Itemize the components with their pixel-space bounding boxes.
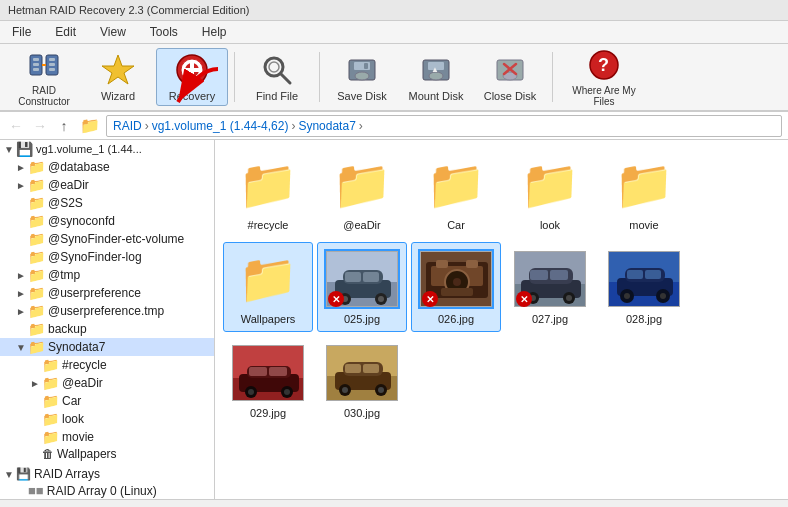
save-disk-label: Save Disk xyxy=(337,90,387,102)
wizard-label: Wizard xyxy=(101,90,135,102)
menu-bar: File Edit View Tools Help xyxy=(0,21,788,44)
tree-label: @tmp xyxy=(48,268,80,282)
file-label: 029.jpg xyxy=(250,407,286,419)
file-item-029[interactable]: 029.jpg xyxy=(223,336,313,426)
tree-item-synofinder[interactable]: ► 📁 @SynoFinder-etc-volume xyxy=(0,230,214,248)
svg-point-47 xyxy=(453,278,461,286)
file-item-movie[interactable]: 📁 movie xyxy=(599,148,689,238)
where-files-label: Where Are My Files xyxy=(564,85,644,107)
folder-icon: 📁 xyxy=(28,177,45,193)
tree-item-recycle2[interactable]: ► 📁 #recycle xyxy=(0,356,214,374)
file-item-030[interactable]: 030.jpg xyxy=(317,336,407,426)
save-disk-button[interactable]: Save Disk xyxy=(326,48,398,106)
tree-item-tmp[interactable]: ► 📁 @tmp xyxy=(0,266,214,284)
file-item-026[interactable]: ✕ 026.jpg xyxy=(411,242,501,332)
menu-help[interactable]: Help xyxy=(198,23,231,41)
wizard-button[interactable]: Wizard xyxy=(82,48,154,106)
svg-point-88 xyxy=(378,387,384,393)
folder-icon-big: 📁 xyxy=(238,161,298,209)
file-item-eadir[interactable]: 📁 @eaDir xyxy=(317,148,407,238)
tree-item-raid0[interactable]: ► ■■ RAID Array 0 (Linux) xyxy=(0,482,214,499)
tree-label: @eaDir xyxy=(48,178,89,192)
svg-rect-14 xyxy=(182,68,202,72)
nav-back-button[interactable]: ← xyxy=(6,116,26,136)
file-label: 030.jpg xyxy=(344,407,380,419)
file-grid: 📁 #recycle 📁 @eaDir 📁 Car 📁 look 📁 xyxy=(215,140,788,499)
raid-constructor-button[interactable]: RAID Constructor xyxy=(8,48,80,106)
file-label: 025.jpg xyxy=(344,313,380,325)
folder-icon-big: 📁 xyxy=(614,161,674,209)
svg-rect-69 xyxy=(627,270,643,279)
tree-label: @SynoFinder-etc-volume xyxy=(48,232,184,246)
tree-toggle: ► xyxy=(14,180,28,191)
svg-rect-50 xyxy=(466,260,478,268)
tree-item-s2s[interactable]: ► 📁 @S2S xyxy=(0,194,214,212)
tree-item-eadir2[interactable]: ► 📁 @eaDir xyxy=(0,374,214,392)
where-files-icon: ? xyxy=(586,47,622,83)
tree-toggle: ► xyxy=(14,306,28,317)
svg-point-40 xyxy=(378,296,384,302)
tree-item-backup[interactable]: ► 📁 backup xyxy=(0,320,214,338)
file-item-recycle[interactable]: 📁 #recycle xyxy=(223,148,313,238)
tree-label: RAID Array 0 (Linux) xyxy=(47,484,157,498)
folder-icon: 📁 xyxy=(42,357,59,373)
tree-item-userpref-tmp[interactable]: ► 📁 @userpreference.tmp xyxy=(0,302,214,320)
file-item-look[interactable]: 📁 look xyxy=(505,148,595,238)
tree-item-synoflog[interactable]: ► 📁 @SynoFinder-log xyxy=(0,248,214,266)
title-bar: Hetman RAID Recovery 2.3 (Commercial Edi… xyxy=(0,0,788,21)
svg-rect-7 xyxy=(49,68,55,71)
folder-icon: 📁 xyxy=(28,213,45,229)
recovery-button[interactable]: Recovery xyxy=(156,48,228,106)
tree-item-movie[interactable]: ► 📁 movie xyxy=(0,428,214,446)
folder-icon: 📁 xyxy=(42,429,59,445)
tree-item-vol1[interactable]: ▼ 💾 vg1.volume_1 (1.44... xyxy=(0,140,214,158)
menu-file[interactable]: File xyxy=(8,23,35,41)
mount-disk-button[interactable]: ▲ Mount Disk xyxy=(400,48,472,106)
tree-item-eadir1[interactable]: ► 📁 @eaDir xyxy=(0,176,214,194)
file-label: Wallpapers xyxy=(241,313,296,325)
wizard-icon xyxy=(100,52,136,88)
svg-rect-90 xyxy=(363,364,379,373)
breadcrumb: RAID › vg1.volume_1 (1.44-4,62) › Synoda… xyxy=(106,115,782,137)
file-item-027[interactable]: ✕ 027.jpg xyxy=(505,242,595,332)
svg-rect-6 xyxy=(49,63,55,66)
menu-view[interactable]: View xyxy=(96,23,130,41)
find-file-button[interactable]: Find File xyxy=(241,48,313,106)
svg-text:?: ? xyxy=(598,55,609,75)
menu-tools[interactable]: Tools xyxy=(146,23,182,41)
svg-rect-41 xyxy=(345,272,361,282)
file-item-025[interactable]: ✕ 025.jpg xyxy=(317,242,407,332)
breadcrumb-item-raid[interactable]: RAID xyxy=(113,119,142,133)
main-layout: ▼ 💾 vg1.volume_1 (1.44... ► 📁 @database … xyxy=(0,140,788,499)
image-029-thumbnail xyxy=(232,345,304,401)
recovery-icon xyxy=(174,52,210,88)
folder-icon: 📁 xyxy=(28,159,45,175)
breadcrumb-item-volume[interactable]: vg1.volume_1 (1.44-4,62) xyxy=(152,119,289,133)
breadcrumb-item-synodata[interactable]: Synodata7 xyxy=(298,119,355,133)
where-files-button[interactable]: ? Where Are My Files xyxy=(559,48,649,106)
file-thumb: 📁 xyxy=(420,155,492,215)
file-item-028[interactable]: 028.jpg xyxy=(599,242,689,332)
close-disk-button[interactable]: Close Disk xyxy=(474,48,546,106)
svg-rect-79 xyxy=(249,367,267,376)
tree-item-car[interactable]: ► 📁 Car xyxy=(0,392,214,410)
folder-icon: 📁 xyxy=(28,303,45,319)
nav-forward-button[interactable]: → xyxy=(30,116,50,136)
file-item-car[interactable]: 📁 Car xyxy=(411,148,501,238)
tree-item-userpref[interactable]: ► 📁 @userpreference xyxy=(0,284,214,302)
tree-item-look[interactable]: ► 📁 look xyxy=(0,410,214,428)
tree-item-synodata7[interactable]: ▼ 📁 Synodata7 xyxy=(0,338,214,356)
tree-item-wallpapers[interactable]: ► 🗑 Wallpapers xyxy=(0,446,214,462)
tree-item-raid-section[interactable]: ▼ 💾 RAID Arrays xyxy=(0,466,214,482)
tree-toggle: ► xyxy=(14,162,28,173)
file-item-wallpapers[interactable]: 📁 Wallpapers xyxy=(223,242,313,332)
tree-item-database[interactable]: ► 📁 @database xyxy=(0,158,214,176)
tree-label: look xyxy=(62,412,84,426)
tree-item-synoconfd[interactable]: ► 📁 @synoconfd xyxy=(0,212,214,230)
folder-icon: 📁 xyxy=(42,393,59,409)
menu-edit[interactable]: Edit xyxy=(51,23,80,41)
section-icon: 💾 xyxy=(16,467,31,481)
raid-icon xyxy=(26,47,62,83)
file-label: Car xyxy=(447,219,465,231)
nav-up-button[interactable]: ↑ xyxy=(54,116,74,136)
